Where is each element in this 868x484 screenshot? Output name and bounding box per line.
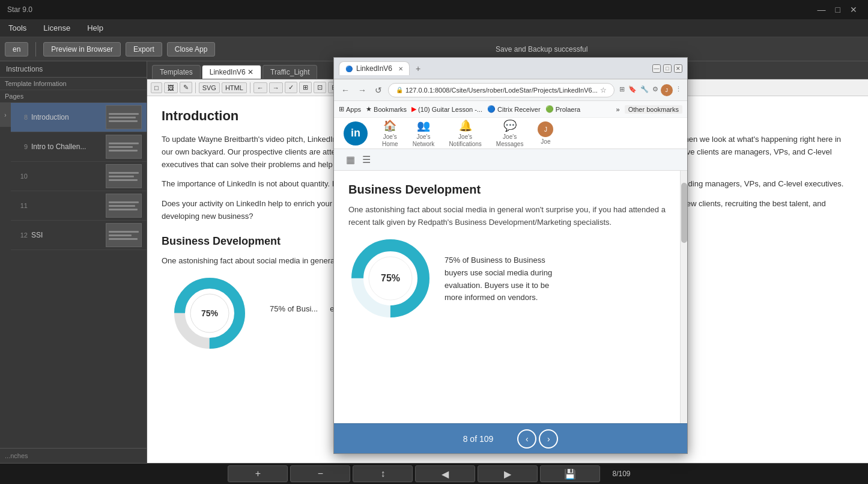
sidebar-collapse-button[interactable]: › [0,103,11,127]
ct-btn-grid1[interactable]: ⊞ [299,82,312,93]
ct-btn-redo-fwd[interactable]: → [269,82,283,93]
linkedin-nav-notifications[interactable]: 🔔 Joe'sNotifications [442,118,488,149]
notifications-icon: 🔔 [459,119,472,132]
bottom-swap-btn[interactable]: ↕ [353,465,413,482]
next-slide-btn[interactable]: › [539,429,558,449]
ct-btn-svg[interactable]: SVG [199,82,220,93]
tab-templates[interactable]: Templates [152,65,201,79]
ct-btn-image[interactable]: 🖼 [164,82,178,93]
bookmark-bookmarks[interactable]: ★ Bookmarks [366,105,407,113]
citrix-icon: 🔵 [487,105,496,113]
sidebar-section-pages: Pages [0,90,147,103]
browser-navbar: ← → ↺ 🔒 127.0.0.1:8008/Csite/Users/rober… [334,79,687,101]
prev-slide-btn[interactable]: ‹ [517,429,536,449]
bottom-minus-btn[interactable]: − [290,465,350,482]
browser-window: 🔵 LinkedInV6 ✕ + — □ ✕ ← → ↺ 🔒 127.0.0.1… [333,57,688,454]
svg-text:75%: 75% [381,273,400,283]
bookmark-apps[interactable]: ⊞ Apps [339,105,361,113]
sidebar-section-template: Template Information [0,78,147,90]
export-button[interactable]: Export [126,42,162,57]
messages-icon: 💬 [503,119,517,132]
bookmark-prolaera[interactable]: 🟢 Prolaera [545,105,581,113]
messages-label: Joe'sMessages [496,133,524,148]
close-app-button[interactable]: Close App [167,42,216,57]
sidebar-item-ssi[interactable]: 12 SSI [11,221,147,250]
sidebar-thumb-8 [106,105,142,129]
bottom-save-btn[interactable]: 💾 [540,465,600,482]
ct-btn-layout[interactable]: □ [151,82,162,93]
browser-address-bar[interactable]: 🔒 127.0.0.1:8008/Csite/Users/rober/LodeS… [388,83,615,97]
prolaera-icon: 🟢 [545,105,554,113]
bookmark-citrix[interactable]: 🔵 Citrix Receiver [487,105,541,113]
browser-back-btn[interactable]: ← [339,84,352,96]
en-button[interactable]: en [5,42,28,57]
sidebar-item-10[interactable]: 10 [11,162,147,191]
view-list-btn[interactable]: ☰ [360,152,373,168]
browser-content: in 🏠 Joe'sHome 👥 Joe'sNetwork 🔔 Joe'sNot… [334,118,687,453]
bottom-bar: + − ↕ ◀ ▶ 💾 8/109 [0,463,868,484]
bookmark-youtube[interactable]: ▶ (10) Guitar Lesson -... [411,105,482,113]
sidebar: Instructions Template Information Pages … [0,61,147,463]
bookmark-other-folder[interactable]: Other bookmarks [625,105,682,114]
browser-tab-linkedinv6[interactable]: 🔵 LinkedInV6 ✕ [339,61,410,75]
browser-bookmarks-bar: ⊞ Apps ★ Bookmarks ▶ (10) Guitar Lesson … [334,101,687,118]
slide-donut-svg: 75% [348,236,432,320]
sidebar-thumb-9 [106,135,142,159]
browser-refresh-btn[interactable]: ↺ [372,84,384,96]
sidebar-item-label-ssi: SSI [31,231,102,239]
ext-menu: ⋮ [674,84,683,96]
sidebar-item-num-8: 8 [16,114,28,121]
sidebar-header-label: Instructions [6,65,43,73]
menu-tools[interactable]: Tools [5,22,30,34]
preview-browser-button[interactable]: Preview in Browser [43,42,121,57]
view-card-btn[interactable]: ▦ [344,152,357,168]
slide-chart-text: 75% of Business to Business buyers use s… [445,254,565,304]
sidebar-item-intro-challenge[interactable]: 9 Intro to Challen... [11,132,147,162]
donut-svg: 75% [162,277,258,349]
slide-content: Business Development One astonishing fac… [334,171,680,423]
browser-maximize-btn[interactable]: □ [663,64,672,73]
sidebar-thumb-12 [106,223,142,247]
browser-forward-btn[interactable]: → [356,84,369,96]
linkedin-logo: in [344,121,368,146]
bottom-add-btn[interactable]: + [228,465,288,482]
ct-btn-undo-back[interactable]: ← [253,82,267,93]
sidebar-item-introduction[interactable]: 8 Introduction [11,103,147,132]
sidebar-item-num-10: 10 [16,173,28,180]
ct-divider-1 [195,82,196,93]
menu-license[interactable]: License [40,22,74,34]
bookmark-more[interactable]: » [616,106,620,113]
bottom-prev-btn[interactable]: ◀ [415,465,475,482]
notifications-label: Joe'sNotifications [449,133,481,148]
browser-new-tab-btn[interactable]: + [412,64,424,73]
slide-chart-paragraph: 75% of Business to Business buyers use s… [445,254,565,304]
status-message: Save and Backup successful [220,45,863,54]
sidebar-thumb-10 [106,164,142,188]
bottom-page-indicator: 8/109 [602,470,640,478]
sidebar-thumb-11 [106,194,142,218]
tab-traffic-light[interactable]: Traffic_Light [263,65,317,79]
browser-close-btn[interactable]: ✕ [674,64,682,73]
sidebar-item-11[interactable]: 11 [11,191,147,221]
minimize-button[interactable]: — [814,4,830,16]
ct-btn-check[interactable]: ✓ [285,82,297,93]
ct-btn-edit[interactable]: ✎ [180,82,192,93]
linkedin-nav-network[interactable]: 👥 Joe'sNetwork [405,118,442,149]
ct-btn-html[interactable]: HTML [222,82,247,93]
linkedin-nav-home[interactable]: 🏠 Joe'sHome [375,118,405,149]
slide-scrollbar[interactable] [680,171,687,423]
close-button[interactable]: ✕ [846,4,861,16]
linkedin-nav-profile[interactable]: J Joe [530,118,560,149]
ct-btn-grid2[interactable]: ⊡ [314,82,326,93]
browser-minimize-btn[interactable]: — [652,64,661,73]
slide-paragraph-1: One astonishing fact about social media … [348,204,666,229]
content-chart-text: 75% of Busi... [270,303,318,316]
bottom-next-btn[interactable]: ▶ [478,465,538,482]
tab-linkedinv6[interactable]: LinkedInV6 ✕ [202,65,261,79]
menu-help[interactable]: Help [83,22,107,34]
browser-tab-close-btn[interactable]: ✕ [398,66,403,72]
sidebar-footer: ...nches [0,448,147,463]
maximize-button[interactable]: □ [832,4,844,16]
linkedin-nav-messages[interactable]: 💬 Joe'sMessages [489,118,531,149]
sidebar-item-num-12: 12 [16,231,28,239]
